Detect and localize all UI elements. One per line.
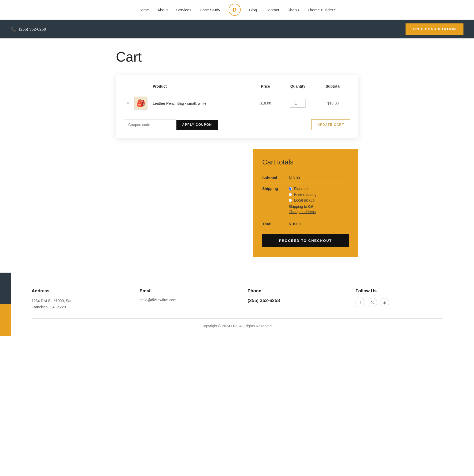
- footer-address-col: Address 1234 Divi St. #1000, San Francis…: [32, 288, 129, 310]
- footer-email-title: Email: [140, 288, 237, 294]
- nav-blog[interactable]: Blog: [249, 8, 257, 12]
- nav-case-study[interactable]: Case Study: [200, 8, 220, 12]
- shipping-options: Flat rate Free shipping Local pickup: [289, 187, 317, 202]
- footer-side-dark-bar: [0, 273, 11, 304]
- cart-table-wrapper: Product Price Quantity Subtotal × 🎒 Leat…: [116, 75, 358, 138]
- cart-totals-section: Cart totals Subtotal $18.00 Shipping Fla…: [116, 149, 358, 257]
- nav-theme-builder[interactable]: Theme Builder ▾: [308, 8, 336, 12]
- shipping-flat-rate-label: Flat rate: [294, 187, 308, 191]
- product-name: Leather Pencil Bag - small, white: [153, 101, 206, 106]
- shipping-local-label: Local pickup: [294, 198, 315, 202]
- shipping-note: Shipping to CA.: [289, 204, 317, 209]
- footer-columns: Address 1234 Divi St. #1000, San Francis…: [21, 288, 453, 310]
- col-img: [132, 82, 150, 92]
- footer-divider: [32, 318, 442, 319]
- social-icons: f 𝕏 ◎: [355, 298, 453, 307]
- col-remove: [124, 82, 132, 92]
- footer-phone-value: (255) 352-6258: [248, 298, 345, 303]
- col-product: Product: [150, 82, 251, 92]
- product-image: 🎒: [134, 97, 147, 110]
- product-subtotal: $18.00: [327, 101, 339, 105]
- apply-coupon-button[interactable]: APPLY COUPON: [176, 120, 218, 130]
- page-content: Cart Product Price Quantity Subtotal ×: [111, 38, 363, 273]
- shipping-row: Shipping Flat rate Free shipping: [262, 183, 349, 217]
- nav-about[interactable]: About: [157, 8, 168, 12]
- change-address-link[interactable]: Change address: [289, 210, 317, 214]
- cart-table: Product Price Quantity Subtotal × 🎒 Leat…: [124, 82, 350, 114]
- col-quantity: Quantity: [280, 82, 316, 92]
- footer-address-title: Address: [32, 288, 129, 294]
- shipping-label: Shipping: [262, 187, 289, 191]
- subtotal-value: $18.00: [289, 176, 300, 180]
- shipping-flat-rate-radio[interactable]: [289, 187, 292, 191]
- page-title: Cart: [116, 49, 358, 65]
- coupon-row: APPLY COUPON UPDATE CART: [124, 119, 350, 130]
- shipping-local-pickup[interactable]: Local pickup: [289, 198, 317, 202]
- footer-email-col: Email hello@divilawfirm.com: [140, 288, 237, 310]
- footer-phone-title: Phone: [248, 288, 345, 294]
- footer-address-text: 1234 Divi St. #1000, San Francisco, CA 9…: [32, 298, 129, 310]
- remove-item-button[interactable]: ×: [126, 101, 129, 105]
- footer-copyright: Copyright © 2024 Divi. All Rights Reserv…: [21, 324, 453, 333]
- product-price: $18.00: [260, 101, 271, 105]
- total-label: Total: [262, 222, 289, 226]
- instagram-icon[interactable]: ◎: [380, 298, 389, 307]
- facebook-icon[interactable]: f: [355, 298, 365, 307]
- shipping-local-radio[interactable]: [289, 199, 292, 202]
- footer: Address 1234 Divi St. #1000, San Francis…: [0, 273, 474, 341]
- checkout-button[interactable]: PROCEED TO CHECKOUT: [262, 234, 349, 247]
- footer-email-value: hello@divilawfirm.com: [140, 298, 237, 302]
- logo[interactable]: D: [229, 4, 241, 16]
- quantity-input[interactable]: [290, 99, 306, 108]
- update-cart-button[interactable]: UPDATE CART: [311, 119, 350, 130]
- phone-icon: 📞: [11, 26, 16, 32]
- twitter-x-icon[interactable]: 𝕏: [368, 298, 377, 307]
- nav-home[interactable]: Home: [139, 8, 149, 12]
- main-nav: Home About Services Case Study D Blog Co…: [0, 0, 474, 20]
- footer-follow-col: Follow Us f 𝕏 ◎: [355, 288, 453, 310]
- total-value: $18.00: [289, 222, 301, 226]
- chevron-down-icon: ▾: [334, 8, 335, 11]
- shipping-free-radio[interactable]: [289, 193, 292, 196]
- coupon-input[interactable]: [124, 119, 176, 130]
- shipping-flat-rate[interactable]: Flat rate: [289, 187, 317, 191]
- footer-follow-title: Follow Us: [355, 288, 453, 294]
- chevron-down-icon: ▾: [298, 8, 299, 11]
- nav-shop[interactable]: Shop ▾: [288, 8, 299, 12]
- top-bar: 📞 (255) 352-6258 FREE CONSULTATION: [0, 20, 474, 38]
- shipping-free-label: Free shipping: [294, 192, 317, 197]
- shipping-free[interactable]: Free shipping: [289, 192, 317, 197]
- nav-contact[interactable]: Contact: [265, 8, 279, 12]
- product-image-emoji: 🎒: [137, 99, 145, 107]
- subtotal-label: Subtotal: [262, 176, 289, 180]
- footer-main: Address 1234 Divi St. #1000, San Francis…: [0, 273, 474, 341]
- cart-totals-title: Cart totals: [262, 158, 349, 166]
- table-row: × 🎒 Leather Pencil Bag - small, white $1…: [124, 92, 350, 114]
- free-consultation-button[interactable]: FREE CONSULTATION: [406, 23, 463, 35]
- cart-totals-box: Cart totals Subtotal $18.00 Shipping Fla…: [253, 149, 358, 257]
- nav-services[interactable]: Services: [176, 8, 191, 12]
- subtotal-row: Subtotal $18.00: [262, 173, 349, 183]
- shipping-options-container: Flat rate Free shipping Local pickup Shi…: [289, 187, 317, 214]
- top-bar-phone: 📞 (255) 352-6258: [11, 26, 46, 32]
- shipping-country: CA: [308, 204, 313, 209]
- col-subtotal: Subtotal: [316, 82, 350, 92]
- footer-side-gold-bar: [0, 304, 11, 336]
- footer-phone-col: Phone (255) 352-6258: [248, 288, 345, 310]
- col-price: Price: [251, 82, 280, 92]
- total-row: Total $18.00: [262, 217, 349, 231]
